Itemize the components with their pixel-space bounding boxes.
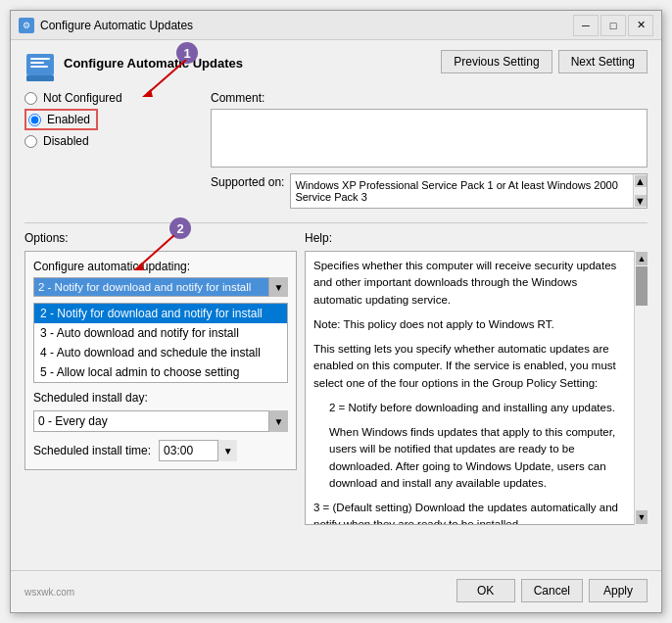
- schedule-time-wrapper[interactable]: 03:00 ▼: [159, 440, 237, 461]
- title-bar-left: ⚙ Configure Automatic Updates: [19, 18, 193, 33]
- policy-icon: [24, 52, 56, 83]
- svg-rect-3: [26, 75, 54, 81]
- help-text-5: When Windows finds updates that apply to…: [329, 424, 627, 492]
- supported-value: Windows XP Professional Service Pack 1 o…: [295, 179, 643, 203]
- scroll-down[interactable]: ▼: [635, 195, 647, 207]
- help-column: Help: Specifies whether this computer wi…: [305, 231, 648, 560]
- options-column: Options: Configure automatic updating: 2…: [24, 231, 305, 560]
- help-box-wrapper: Specifies whether this computer will rec…: [305, 251, 648, 525]
- supported-scrollbar[interactable]: ▲ ▼: [633, 174, 647, 208]
- top-buttons: Previous Setting Next Setting: [441, 50, 648, 73]
- dropdown-item-3-text: 5 - Allow local admin to choose setting: [40, 365, 239, 379]
- apply-button[interactable]: Apply: [589, 579, 648, 602]
- radio-group: Not Configured Enabled Disabled: [24, 91, 201, 209]
- help-text-6: 3 = (Default setting) Download the updat…: [313, 500, 627, 525]
- dropdown-item-3[interactable]: 5 - Allow local admin to choose setting: [34, 362, 287, 382]
- schedule-day-wrapper[interactable]: 0 - Every day ▼: [33, 410, 288, 432]
- title-buttons: ─ □ ✕: [573, 15, 653, 36]
- dropdown-item-1[interactable]: 3 - Auto download and notify for install: [34, 323, 287, 343]
- radio-not-configured-input[interactable]: [24, 92, 37, 105]
- options-label: Options:: [24, 231, 297, 245]
- svg-rect-4: [30, 58, 50, 60]
- radio-disabled-input[interactable]: [24, 135, 37, 148]
- cancel-button[interactable]: Cancel: [521, 579, 583, 602]
- help-scrollbar[interactable]: ▲ ▼: [634, 251, 648, 525]
- divider: [24, 222, 648, 223]
- ok-button[interactable]: OK: [456, 579, 515, 602]
- dropdown-item-2[interactable]: 4 - Auto download and schedule the insta…: [34, 343, 287, 362]
- schedule-time-label: Scheduled install time:: [33, 444, 151, 457]
- help-text-3: This setting lets you specify whether au…: [313, 341, 627, 392]
- help-text-1: Specifies whether this computer will rec…: [313, 258, 627, 309]
- schedule-time-row: Scheduled install time: 03:00 ▼: [33, 440, 288, 461]
- window-title: Configure Automatic Updates: [40, 19, 193, 32]
- schedule-day-row: Scheduled install day:: [33, 391, 288, 405]
- window-icon: ⚙: [19, 18, 34, 33]
- scroll-up[interactable]: ▲: [635, 175, 647, 187]
- maximize-button[interactable]: □: [600, 15, 626, 36]
- schedule-day-selected[interactable]: 0 - Every day: [33, 410, 288, 432]
- main-window: ⚙ Configure Automatic Updates ─ □ ✕: [10, 10, 662, 613]
- svg-rect-6: [30, 66, 48, 68]
- radio-enabled-container[interactable]: Enabled: [24, 109, 98, 130]
- watermark-text: wsxwk.com: [24, 585, 78, 598]
- prev-setting-button[interactable]: Previous Setting: [441, 50, 552, 73]
- svg-rect-2: [26, 54, 54, 75]
- configure-dropdown-wrapper[interactable]: 2 - Notify for download and notify for i…: [33, 277, 288, 297]
- help-scroll-thumb[interactable]: [636, 266, 648, 306]
- configure-dropdown-list: 2 - Notify for download and notify for i…: [33, 303, 288, 383]
- help-box: Specifies whether this computer will rec…: [305, 251, 648, 525]
- svg-rect-5: [30, 62, 44, 64]
- schedule-time-arrow[interactable]: ▼: [217, 440, 237, 461]
- configure-label: Configure automatic updating:: [33, 260, 288, 273]
- radio-enabled-input[interactable]: [28, 114, 41, 126]
- schedule-day-text: 0 - Every day: [38, 414, 108, 428]
- schedule-time-text: 03:00: [164, 444, 193, 457]
- radio-disabled[interactable]: Disabled: [24, 134, 201, 148]
- help-text-4: 2 = Notify before downloading and instal…: [329, 400, 627, 416]
- options-panel: Configure automatic updating: 2 - Notify…: [24, 251, 297, 470]
- policy-title: Configure Automatic Updates: [64, 50, 243, 71]
- dropdown-item-2-text: 4 - Auto download and schedule the insta…: [40, 346, 261, 359]
- radio-not-configured[interactable]: Not Configured: [24, 91, 201, 105]
- dropdown-selected-text: 2 - Notify for download and notify for i…: [38, 281, 251, 293]
- comment-textarea[interactable]: [211, 109, 648, 168]
- watermark-area: wsxwk.com: [24, 579, 451, 602]
- title-bar: ⚙ Configure Automatic Updates ─ □ ✕: [11, 11, 661, 40]
- bottom-bar: wsxwk.com OK Cancel Apply: [11, 570, 661, 612]
- radio-disabled-label: Disabled: [43, 134, 89, 148]
- minimize-button[interactable]: ─: [573, 15, 599, 36]
- dropdown-item-0[interactable]: 2 - Notify for download and notify for i…: [34, 304, 287, 323]
- help-scroll-down[interactable]: ▼: [636, 510, 648, 524]
- schedule-day-label: Scheduled install day:: [33, 391, 148, 405]
- dropdown-item-1-text: 3 - Auto download and notify for install: [40, 326, 239, 340]
- comment-label: Comment:: [211, 91, 648, 105]
- configure-dropdown-selected[interactable]: 2 - Notify for download and notify for i…: [33, 277, 288, 297]
- help-scroll-up[interactable]: ▲: [636, 252, 648, 265]
- content-area: Configure Automatic Updates 1 Previous S…: [11, 40, 661, 570]
- dropdown-item-0-text: 2 - Notify for download and notify for i…: [40, 307, 263, 320]
- radio-enabled-label: Enabled: [47, 113, 90, 126]
- supported-label: Supported on:: [211, 173, 284, 189]
- radio-not-configured-label: Not Configured: [43, 91, 122, 105]
- next-setting-button[interactable]: Next Setting: [558, 50, 648, 73]
- help-label: Help:: [305, 231, 648, 245]
- close-button[interactable]: ✕: [628, 15, 653, 36]
- svg-text:⚙: ⚙: [23, 21, 30, 30]
- help-text-2: Note: This policy does not apply to Wind…: [313, 316, 627, 333]
